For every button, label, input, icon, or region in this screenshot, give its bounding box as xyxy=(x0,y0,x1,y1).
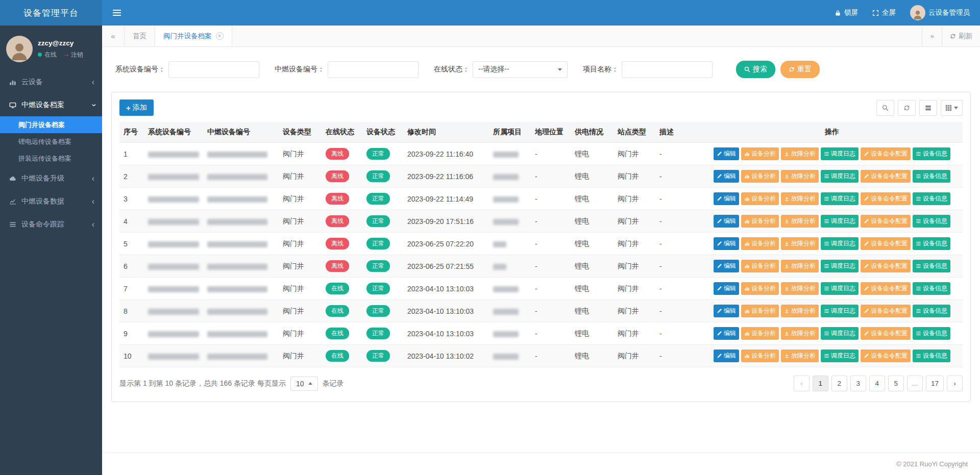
page-1-button[interactable]: 1 xyxy=(813,376,828,391)
device-command-config-button[interactable]: 设备命令配置 xyxy=(861,305,911,317)
device-info-button[interactable]: 设备信息 xyxy=(913,327,950,340)
edit-button[interactable]: 编辑 xyxy=(714,170,739,183)
dispatch-log-button[interactable]: 调度日志 xyxy=(821,147,859,160)
sidebar-item-assembled-remote-archive[interactable]: 拼装远传设备档案 xyxy=(0,150,102,167)
device-info-button[interactable]: 设备信息 xyxy=(913,237,950,250)
device-analysis-button[interactable]: 设备分析 xyxy=(741,192,779,205)
avatar[interactable] xyxy=(6,36,33,62)
dispatch-log-button[interactable]: 调度日志 xyxy=(821,237,859,250)
table-refresh-button[interactable] xyxy=(898,100,916,116)
device-info-button[interactable]: 设备信息 xyxy=(913,260,950,272)
tab-refresh-button[interactable]: 刷新 xyxy=(942,26,980,46)
device-analysis-button[interactable]: 设备分析 xyxy=(741,349,779,362)
page-3-button[interactable]: 3 xyxy=(850,376,866,391)
page-prev-button[interactable]: ‹ xyxy=(794,376,810,391)
page-5-button[interactable]: 5 xyxy=(888,376,904,391)
sidebar-toggle-button[interactable] xyxy=(102,0,132,26)
sidebar-item-valve-well-archive[interactable]: 阀门井设备档案 xyxy=(0,116,102,133)
page-4-button[interactable]: 4 xyxy=(869,376,885,391)
device-analysis-button[interactable]: 设备分析 xyxy=(741,305,779,317)
device-command-config-button[interactable]: 设备命令配置 xyxy=(861,237,911,250)
device-command-config-button[interactable]: 设备命令配置 xyxy=(861,215,911,228)
fault-analysis-button[interactable]: 故障分析 xyxy=(781,147,819,160)
dispatch-log-button[interactable]: 调度日志 xyxy=(821,282,859,295)
device-analysis-button[interactable]: 设备分析 xyxy=(741,147,779,160)
table-search-toggle-button[interactable] xyxy=(876,100,894,116)
fault-analysis-button[interactable]: 故障分析 xyxy=(781,170,819,183)
device-analysis-button[interactable]: 设备分析 xyxy=(741,282,779,295)
device-command-config-button[interactable]: 设备命令配置 xyxy=(861,260,911,272)
edit-button[interactable]: 编辑 xyxy=(714,237,739,250)
device-analysis-button[interactable]: 设备分析 xyxy=(741,260,779,272)
edit-button[interactable]: 编辑 xyxy=(714,147,739,160)
dispatch-log-button[interactable]: 调度日志 xyxy=(821,170,859,183)
sidebar-item-device-command-track[interactable]: 设备命令跟踪 ‹ xyxy=(0,213,102,236)
device-command-config-button[interactable]: 设备命令配置 xyxy=(861,170,911,183)
dispatch-log-button[interactable]: 调度日志 xyxy=(821,192,859,205)
project-name-input[interactable] xyxy=(622,61,713,78)
tab-home[interactable]: 首页 xyxy=(125,26,155,46)
sidebar-item-gas-device-upgrade[interactable]: 中燃设备升级 ‹ xyxy=(0,167,102,190)
device-command-config-button[interactable]: 设备命令配置 xyxy=(861,349,911,362)
device-analysis-button[interactable]: 设备分析 xyxy=(741,327,779,340)
online-status-select[interactable]: --请选择-- xyxy=(473,61,568,78)
system-no-input[interactable] xyxy=(168,61,259,78)
sidebar-item-lithium-remote-archive[interactable]: 锂电远传设备档案 xyxy=(0,133,102,150)
fault-analysis-button[interactable]: 故障分析 xyxy=(781,237,819,250)
device-command-config-button[interactable]: 设备命令配置 xyxy=(861,327,911,340)
device-analysis-button[interactable]: 设备分析 xyxy=(741,237,779,250)
fault-analysis-button[interactable]: 故障分析 xyxy=(781,260,819,272)
page-next-button[interactable]: › xyxy=(947,376,963,391)
edit-button[interactable]: 编辑 xyxy=(714,192,739,205)
gas-no-input[interactable] xyxy=(328,61,419,78)
user-menu[interactable]: 云设备管理员 xyxy=(910,5,970,20)
device-analysis-button[interactable]: 设备分析 xyxy=(741,170,779,183)
page-size-select[interactable]: 10 xyxy=(290,377,318,391)
sidebar-item-gas-device-data[interactable]: 中燃设备数据 ‹ xyxy=(0,190,102,213)
fullscreen-button[interactable]: 全屏 xyxy=(872,8,896,17)
reset-button[interactable]: 重置 xyxy=(780,61,820,78)
device-info-button[interactable]: 设备信息 xyxy=(913,215,950,228)
fault-analysis-button[interactable]: 故障分析 xyxy=(781,349,819,362)
dispatch-log-button[interactable]: 调度日志 xyxy=(821,260,859,272)
edit-button[interactable]: 编辑 xyxy=(714,282,739,295)
tab-scroll-right-button[interactable]: » xyxy=(922,26,942,46)
device-analysis-button[interactable]: 设备分析 xyxy=(741,215,779,228)
device-info-button[interactable]: 设备信息 xyxy=(913,192,950,205)
logout-button[interactable]: → 注销 xyxy=(63,51,83,59)
dispatch-log-button[interactable]: 调度日志 xyxy=(821,215,859,228)
fault-analysis-button[interactable]: 故障分析 xyxy=(781,305,819,317)
dispatch-log-button[interactable]: 调度日志 xyxy=(821,327,859,340)
device-info-button[interactable]: 设备信息 xyxy=(913,305,950,317)
close-icon[interactable]: × xyxy=(216,32,224,40)
tab-valve-well-archive[interactable]: 阀门井设备档案 × xyxy=(155,26,232,46)
device-command-config-button[interactable]: 设备命令配置 xyxy=(861,282,911,295)
device-info-button[interactable]: 设备信息 xyxy=(913,349,950,362)
device-info-button[interactable]: 设备信息 xyxy=(913,147,950,160)
tab-scroll-left-button[interactable]: « xyxy=(102,26,125,46)
search-button[interactable]: 搜索 xyxy=(736,61,775,78)
edit-button[interactable]: 编辑 xyxy=(714,260,739,272)
device-info-button[interactable]: 设备信息 xyxy=(913,282,950,295)
table-card-view-button[interactable] xyxy=(919,100,937,116)
edit-button[interactable]: 编辑 xyxy=(714,327,739,340)
table-columns-button[interactable] xyxy=(941,100,963,116)
add-button[interactable]: + 添加 xyxy=(119,99,154,116)
sidebar-item-cloud-device[interactable]: 云设备 ‹ xyxy=(0,70,102,93)
device-command-config-button[interactable]: 设备命令配置 xyxy=(861,192,911,205)
lock-screen-button[interactable]: 锁屏 xyxy=(835,8,858,17)
fault-analysis-button[interactable]: 故障分析 xyxy=(781,282,819,295)
page-2-button[interactable]: 2 xyxy=(831,376,847,391)
edit-button[interactable]: 编辑 xyxy=(714,305,739,317)
sidebar-item-gas-device-archive[interactable]: 中燃设备档案 ‹ xyxy=(0,93,102,116)
fault-analysis-button[interactable]: 故障分析 xyxy=(781,327,819,340)
device-command-config-button[interactable]: 设备命令配置 xyxy=(861,147,911,160)
fault-analysis-button[interactable]: 故障分析 xyxy=(781,192,819,205)
edit-button[interactable]: 编辑 xyxy=(714,215,739,228)
dispatch-log-button[interactable]: 调度日志 xyxy=(821,305,859,317)
device-info-button[interactable]: 设备信息 xyxy=(913,170,950,183)
dispatch-log-button[interactable]: 调度日志 xyxy=(821,349,859,362)
edit-button[interactable]: 编辑 xyxy=(714,349,739,362)
page-17-button[interactable]: 17 xyxy=(926,376,944,391)
fault-analysis-button[interactable]: 故障分析 xyxy=(781,215,819,228)
